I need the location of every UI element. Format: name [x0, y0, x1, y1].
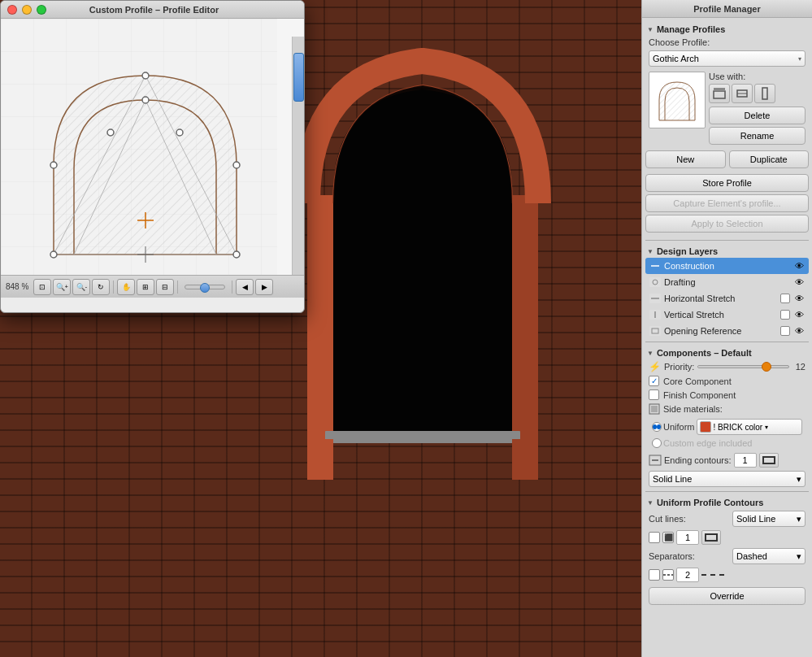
- panel-title: Profile Manager: [693, 4, 761, 14]
- ending-contours-input[interactable]: [734, 453, 757, 468]
- profile-dropdown[interactable]: Gothic Arch ▾: [649, 50, 805, 67]
- drafting-eye-icon[interactable]: 👁: [792, 276, 805, 288]
- separators-dropdown-arrow: ▾: [797, 551, 801, 562]
- separators-dropdown[interactable]: Dashed ▾: [732, 548, 805, 564]
- scrollbar-thumb[interactable]: [293, 53, 304, 102]
- profile-preview-section: Use with: Delete Rename: [645, 68, 809, 150]
- components-triangle: ▼: [647, 350, 654, 357]
- new-btn[interactable]: New: [645, 150, 726, 168]
- profile-dropdown-row: Gothic Arch ▾: [645, 49, 809, 68]
- cut-lines-dropdown[interactable]: Solid Line ▾: [732, 511, 805, 527]
- editor-vertical-scrollbar[interactable]: [292, 37, 304, 275]
- side-materials-section: Side materials: Uniform ! BRICK color ▾ …: [645, 402, 809, 451]
- drafting-layer-icon: [649, 276, 662, 288]
- svg-rect-44: [651, 406, 658, 412]
- cut-lines-style-btn[interactable]: [701, 530, 721, 545]
- override-btn[interactable]: Override: [649, 587, 805, 605]
- layer-horizontal-stretch[interactable]: Horizontal Stretch 👁: [645, 290, 809, 307]
- opening-ref-checkbox[interactable]: [780, 326, 790, 336]
- priority-slider[interactable]: [697, 365, 789, 368]
- ending-contours-dropdown-value: Solid Line: [653, 474, 692, 484]
- zoom-to-fit-btn[interactable]: ⊡: [33, 279, 51, 295]
- prev-btn[interactable]: ◀: [236, 279, 254, 295]
- priority-label: Priority:: [664, 362, 694, 372]
- material-dropdown-value: ! BRICK color: [714, 423, 763, 432]
- finish-component-checkbox[interactable]: [649, 389, 659, 400]
- brick-color-swatch: [700, 421, 711, 433]
- opening-ref-layer-name: Opening Reference: [664, 326, 778, 336]
- svg-point-20: [107, 129, 114, 136]
- cut-lines-number-input[interactable]: [676, 530, 699, 545]
- use-with-wall-btn[interactable]: [709, 84, 730, 103]
- finish-component-label: Finish Component: [663, 390, 736, 400]
- next-btn[interactable]: ▶: [255, 279, 273, 295]
- rename-btn[interactable]: Rename: [709, 127, 805, 145]
- zoom-in-btn[interactable]: 🔍+: [53, 279, 71, 295]
- custom-edge-radio[interactable]: [652, 438, 662, 448]
- opening-ref-eye-icon[interactable]: 👁: [792, 325, 805, 337]
- layer-construction[interactable]: Construction 👁: [645, 258, 809, 274]
- construction-eye-icon[interactable]: 👁: [792, 260, 805, 272]
- duplicate-btn[interactable]: Duplicate: [729, 150, 810, 168]
- layer-opening-reference[interactable]: Opening Reference 👁: [645, 323, 809, 339]
- layer-vertical-stretch[interactable]: Vertical Stretch 👁: [645, 307, 809, 323]
- separators-icon[interactable]: [662, 569, 674, 581]
- editor-canvas[interactable]: [1, 19, 304, 275]
- h-stretch-layer-icon: [649, 293, 662, 304]
- priority-row: ⚡ Priority: 12: [645, 359, 809, 374]
- apply-to-selection-btn[interactable]: Apply to Selection: [645, 215, 809, 233]
- h-stretch-checkbox[interactable]: [780, 294, 790, 303]
- zoom-selection-btn[interactable]: ⊟: [156, 279, 174, 295]
- h-stretch-eye-icon[interactable]: 👁: [792, 293, 805, 304]
- zoom-label: 848 %: [6, 282, 28, 291]
- manage-profiles-section-header[interactable]: ▼ Manage Profiles: [645, 21, 809, 36]
- editor-toolbar: 848 % ⊡ 🔍+ 🔍- ↻ ✋ ⊞ ⊟ ◀ ▶: [1, 275, 304, 298]
- zoom-slider[interactable]: [185, 285, 225, 289]
- separators-checkbox[interactable]: [649, 569, 660, 581]
- components-section-header[interactable]: ▼ Components – Default: [645, 345, 809, 359]
- separators-number-input[interactable]: [676, 568, 699, 582]
- svg-point-19: [233, 162, 240, 168]
- delete-btn[interactable]: Delete: [709, 107, 805, 124]
- separators-label: Separators:: [649, 551, 695, 561]
- pan-btn[interactable]: ✋: [117, 279, 135, 295]
- components-label: Components – Default: [657, 348, 752, 358]
- core-component-row[interactable]: ✓ Core Component: [645, 374, 809, 388]
- use-with-beam-btn[interactable]: [732, 84, 753, 103]
- v-stretch-eye-icon[interactable]: 👁: [792, 309, 805, 320]
- uniform-label: Uniform: [663, 422, 695, 432]
- priority-slider-thumb[interactable]: [762, 362, 771, 372]
- design-layers-section-header[interactable]: ▼ Design Layers: [645, 243, 809, 258]
- v-stretch-layer-name: Vertical Stretch: [664, 310, 778, 320]
- zoom-slider-thumb[interactable]: [200, 283, 210, 293]
- uniform-radio[interactable]: [652, 422, 662, 432]
- dash-gap-1: [707, 574, 710, 576]
- material-dropdown[interactable]: ! BRICK color ▾: [697, 419, 802, 435]
- manage-profiles-label: Manage Profiles: [657, 24, 725, 34]
- store-profile-btn[interactable]: Store Profile: [645, 174, 809, 192]
- uniform-contours-section-header[interactable]: ▼ Uniform Profile Contours: [645, 494, 809, 509]
- use-with-column-btn[interactable]: [754, 84, 775, 103]
- layer-drafting[interactable]: Drafting 👁: [645, 274, 809, 290]
- rotate-btn[interactable]: ↻: [92, 279, 110, 295]
- core-component-checkbox[interactable]: ✓: [649, 376, 659, 386]
- line-style-btn[interactable]: [759, 453, 779, 468]
- priority-slider-container: [697, 365, 789, 368]
- uniform-contours-label: Uniform Profile Contours: [657, 498, 763, 507]
- svg-point-14: [50, 251, 57, 258]
- priority-icon: ⚡: [649, 361, 661, 372]
- cut-lines-dropdown-arrow: ▾: [797, 514, 801, 524]
- capture-element-btn[interactable]: Capture Element's profile...: [645, 194, 809, 212]
- ending-contours-icon: [649, 455, 662, 466]
- zoom-out-btn[interactable]: 🔍-: [72, 279, 90, 295]
- zoom-window-btn[interactable]: ⊞: [137, 279, 154, 295]
- side-materials-header: Side materials:: [649, 403, 805, 415]
- design-layers-label: Design Layers: [657, 246, 718, 256]
- cut-lines-checkbox[interactable]: [649, 532, 660, 543]
- cut-lines-style-icon: [705, 533, 718, 542]
- profile-preview: [649, 72, 706, 128]
- ending-contours-dropdown[interactable]: Solid Line ▾: [649, 471, 805, 487]
- v-stretch-checkbox[interactable]: [780, 310, 790, 320]
- finish-component-row[interactable]: Finish Component: [645, 388, 809, 402]
- cut-lines-icon-btn[interactable]: ⬛: [662, 532, 674, 543]
